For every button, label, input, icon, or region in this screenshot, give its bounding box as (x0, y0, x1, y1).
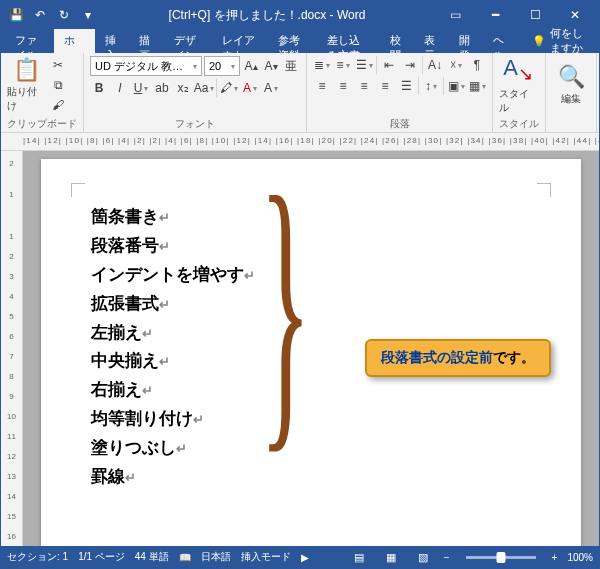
align-right-icon[interactable]: ≡ (355, 77, 373, 95)
vruler-tick: 1 (9, 190, 13, 199)
horizontal-ruler[interactable]: |14| |12| |10| |8| |6| |4| |2| |2| |4| |… (1, 133, 599, 151)
tab-developer[interactable]: 開発 (449, 29, 483, 53)
print-layout-icon[interactable]: ▦ (380, 548, 402, 566)
zoom-level[interactable]: 100% (567, 552, 593, 563)
sort-icon[interactable]: A↓ (426, 56, 444, 74)
group-paragraph: ≣▾ ≡▾ ☰▾ ⇤ ⇥ A↓ ☓▾ ¶ ≡ ≡ ≡ ≡ ☰ (307, 53, 493, 132)
tab-references[interactable]: 参考資料 (268, 29, 317, 53)
page[interactable]: 箇条書き↵段落番号↵インデントを増やす↵拡張書式↵左揃え↵中央揃え↵右揃え↵均等… (41, 159, 581, 546)
vertical-ruler[interactable]: 2112345678910111213141516171819202122 (1, 151, 23, 546)
font-name-combo[interactable]: UD デジタル 教科書体 NP-B ▾ (90, 56, 202, 76)
indent-icon[interactable]: ⇥ (401, 56, 419, 74)
highlight-icon[interactable]: 🖍▾ (220, 79, 238, 97)
proofing-icon[interactable]: 📖 (179, 552, 191, 563)
underline-icon[interactable]: U▾ (132, 79, 150, 97)
text-effects-icon[interactable]: Aa▾ (195, 79, 213, 97)
align-left-icon[interactable]: ≡ (313, 77, 331, 95)
tab-design[interactable]: デザイン (164, 29, 213, 53)
redo-icon[interactable]: ↻ (53, 4, 75, 26)
tab-draw[interactable]: 描画 (129, 29, 163, 53)
editing-button[interactable]: 🔍 編集 (552, 56, 590, 114)
tab-mailings[interactable]: 差し込み文書 (317, 29, 380, 53)
read-mode-icon[interactable]: ▤ (348, 548, 370, 566)
line-spacing-icon[interactable]: ↕▾ (422, 77, 440, 95)
tell-me-label: 何をしますか (550, 26, 587, 56)
tab-review[interactable]: 校閲 (380, 29, 414, 53)
zoom-in-icon[interactable]: + (552, 552, 558, 563)
zoom-slider[interactable] (466, 556, 536, 559)
show-marks-icon[interactable]: ¶ (468, 56, 486, 74)
group-font-label: フォント (90, 117, 300, 131)
group-paragraph-label: 段落 (313, 117, 486, 131)
format-painter-icon[interactable]: 🖌 (49, 96, 67, 114)
shrink-font-icon[interactable]: A▾ (262, 57, 280, 75)
minimize-icon[interactable]: ━ (475, 1, 515, 29)
tab-file[interactable]: ファイル (5, 29, 54, 53)
macro-icon[interactable]: ▶ (301, 552, 309, 563)
justify-icon[interactable]: ≡ (376, 77, 394, 95)
page-area[interactable]: 箇条書き↵段落番号↵インデントを増やす↵拡張書式↵左揃え↵中央揃え↵右揃え↵均等… (23, 151, 599, 546)
paste-label: 貼り付け (7, 85, 45, 113)
status-page[interactable]: 1/1 ページ (78, 550, 125, 564)
maximize-icon[interactable]: ☐ (515, 1, 555, 29)
titlebar: 💾 ↶ ↻ ▾ [Ctrl+Q] を押しました！.docx - Word ▭ ━… (1, 1, 599, 29)
callout: 段落書式の設定前です。 (365, 339, 551, 377)
vruler-tick: 8 (9, 372, 13, 381)
hruler-scale: |14| |12| |10| |8| |6| |4| |2| |2| |4| |… (23, 133, 599, 150)
extended-format-icon[interactable]: ☓▾ (447, 56, 465, 74)
window-title: [Ctrl+Q] を押しました！.docx - Word (99, 7, 435, 24)
character-shading-icon[interactable]: A▾ (262, 79, 280, 97)
font-color-icon[interactable]: A▾ (241, 79, 259, 97)
align-center-icon[interactable]: ≡ (334, 77, 352, 95)
styles-icon: A↘ (503, 55, 533, 85)
phonetic-icon[interactable]: 亜 (282, 57, 300, 75)
bullets-icon[interactable]: ≣▾ (313, 56, 331, 74)
close-icon[interactable]: ✕ (555, 1, 595, 29)
borders-icon[interactable]: ▦▾ (468, 77, 486, 95)
separator (443, 77, 444, 95)
zoom-out-icon[interactable]: − (444, 552, 450, 563)
tab-layout[interactable]: レイアウト (212, 29, 268, 53)
web-layout-icon[interactable]: ▧ (412, 548, 434, 566)
undo-icon[interactable]: ↶ (29, 4, 51, 26)
tab-insert[interactable]: 挿入 (95, 29, 129, 53)
ribbon-options-icon[interactable]: ▭ (435, 1, 475, 29)
qat-customize-icon[interactable]: ▾ (77, 4, 99, 26)
status-mode[interactable]: 挿入モード (241, 550, 291, 564)
bold-icon[interactable]: B (90, 79, 108, 97)
outdent-icon[interactable]: ⇤ (380, 56, 398, 74)
statusbar: セクション: 1 1/1 ページ 44 単語 📖 日本語 挿入モード ▶ ▤ ▦… (1, 546, 599, 568)
brace-annotation: } (259, 151, 311, 461)
margin-corner (537, 183, 551, 197)
vruler-tick: 10 (7, 412, 16, 421)
paste-button[interactable]: 📋 貼り付け (7, 56, 45, 114)
strike-icon[interactable]: ab (153, 79, 171, 97)
save-icon[interactable]: 💾 (5, 4, 27, 26)
status-language[interactable]: 日本語 (201, 550, 231, 564)
separator (376, 56, 377, 74)
styles-button[interactable]: A↘ スタイル (499, 56, 537, 114)
chevron-down-icon: ▾ (193, 62, 197, 71)
styles-label: スタイル (499, 87, 537, 115)
status-words[interactable]: 44 単語 (135, 550, 169, 564)
tab-help[interactable]: ヘルプ (483, 29, 524, 53)
tell-me[interactable]: 💡 何をしますか (524, 29, 595, 53)
vruler-tick: 16 (7, 532, 16, 541)
font-size-combo[interactable]: 20 ▾ (204, 56, 240, 76)
numbering-icon[interactable]: ≡▾ (334, 56, 352, 74)
group-editing-label (552, 117, 590, 131)
status-section[interactable]: セクション: 1 (7, 550, 68, 564)
tab-home[interactable]: ホーム (54, 29, 95, 53)
italic-icon[interactable]: I (111, 79, 129, 97)
copy-icon[interactable]: ⧉ (49, 76, 67, 94)
subscript-icon[interactable]: x₂ (174, 79, 192, 97)
font-size-value: 20 (209, 60, 221, 72)
distribute-icon[interactable]: ☰ (397, 77, 415, 95)
tab-view[interactable]: 表示 (414, 29, 448, 53)
cut-icon[interactable]: ✂ (49, 56, 67, 74)
vruler-tick: 7 (9, 352, 13, 361)
vruler-tick: 6 (9, 332, 13, 341)
multilevel-icon[interactable]: ☰▾ (355, 56, 373, 74)
grow-font-icon[interactable]: A▴ (242, 57, 260, 75)
shading-icon[interactable]: ▣▾ (447, 77, 465, 95)
